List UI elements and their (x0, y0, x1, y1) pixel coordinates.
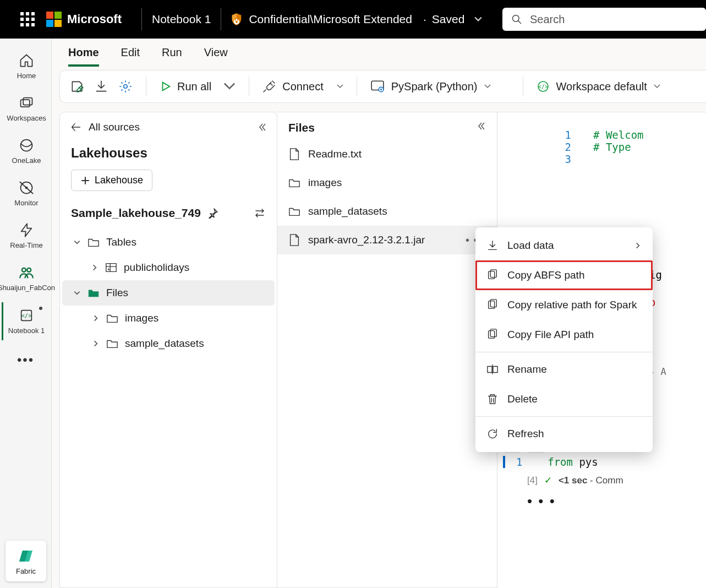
delta-table-icon (105, 262, 117, 274)
chevron-down-icon (337, 84, 343, 89)
connect-dropdown[interactable]: Connect (262, 80, 343, 93)
label: Copy ABFS path (507, 269, 584, 281)
ctx-refresh[interactable]: Refresh (475, 419, 653, 449)
rail-item-realtime[interactable]: Real-Time (2, 217, 50, 255)
pin-icon[interactable] (207, 208, 218, 219)
save-status[interactable]: · Saved (423, 13, 482, 26)
fabric-switcher[interactable]: Fabric (6, 541, 46, 581)
svg-rect-25 (489, 301, 495, 309)
ctx-load-data[interactable]: Load data (475, 231, 653, 260)
file-context-menu: Load data Copy ABFS path Copy relative p… (475, 227, 653, 452)
chevron-down-icon (474, 17, 482, 22)
search-icon (511, 14, 522, 25)
collapse-left-icon[interactable] (476, 121, 486, 131)
settings-icon[interactable] (118, 79, 133, 94)
file-row-sparkavro[interactable]: spark-avro_2.12-3.2.1.jar • • • (277, 226, 497, 254)
files-title-text: Files (288, 121, 315, 134)
back-label[interactable]: All sources (89, 121, 140, 133)
divider (523, 77, 523, 96)
download-icon[interactable] (94, 79, 108, 94)
divider (357, 77, 357, 96)
plus-icon (80, 176, 90, 186)
tab-home[interactable]: Home (68, 46, 99, 67)
ctx-copy-relative[interactable]: Copy relative path for Spark (475, 290, 653, 320)
add-lakehouse-button[interactable]: Lakehouse (71, 170, 152, 191)
tab-edit[interactable]: Edit (121, 46, 140, 67)
svg-point-14 (124, 85, 128, 89)
code-cell-1[interactable]: 1# Welcom 2# Type 3 (558, 129, 706, 165)
download-icon (486, 239, 499, 252)
lakehouses-title: Lakehouses (60, 138, 277, 164)
rename-icon (486, 363, 499, 375)
lakehouse-tree: Tables publicholidays Files (60, 224, 277, 362)
ctx-copy-abfs[interactable]: Copy ABFS path (475, 260, 653, 290)
search-box[interactable]: Search (502, 8, 706, 31)
fabric-icon (16, 547, 36, 565)
svg-line-3 (518, 21, 521, 24)
rail-more-button[interactable]: ••• (17, 345, 34, 375)
save-edit-icon[interactable] (70, 79, 84, 94)
svg-rect-30 (493, 367, 497, 373)
ctx-rename[interactable]: Rename (475, 355, 653, 384)
file-name: Readme.txt (308, 148, 362, 160)
play-icon (160, 80, 172, 92)
rail-item-workspace-user[interactable]: Shuaijun_FabCon (2, 259, 50, 298)
code-settings-icon (370, 79, 385, 94)
bolt-icon (19, 222, 34, 238)
folder-icon (288, 176, 300, 189)
line-number: 1 (516, 456, 522, 468)
rail-item-home[interactable]: Home (2, 47, 50, 85)
run-all-button[interactable]: Run all (160, 80, 236, 93)
file-row-readme[interactable]: Readme.txt (277, 140, 497, 168)
environment-dropdown[interactable]: </> Workspace default (537, 80, 660, 93)
chevron-right-icon (92, 314, 100, 322)
tab-view[interactable]: View (204, 46, 228, 67)
tab-run[interactable]: Run (162, 46, 182, 67)
cell-more-icon[interactable]: • • • (503, 486, 706, 510)
ctx-copy-fileapi[interactable]: Copy File API path (475, 320, 653, 350)
monitor-icon (19, 180, 34, 195)
tree-folder-sampledatasets[interactable]: sample_datasets (62, 331, 275, 356)
rail-item-workspaces[interactable]: Workspaces (2, 90, 50, 128)
rail-item-notebook[interactable]: </> Notebook 1 (2, 302, 50, 340)
divider (141, 8, 142, 30)
tree-tables[interactable]: Tables (62, 230, 275, 255)
rail-item-onelake[interactable]: OneLake (2, 132, 50, 170)
file-row-images[interactable]: images (277, 168, 497, 197)
brand: Microsoft (46, 12, 122, 27)
back-arrow-icon[interactable] (70, 121, 82, 133)
label: Refresh (507, 428, 544, 440)
line-number: 2 (558, 141, 571, 153)
language-dropdown[interactable]: PySpark (Python) (370, 79, 491, 94)
label: Shuaijun_FabCon (0, 284, 55, 292)
label: Monitor (14, 199, 38, 207)
sensitivity-label[interactable]: Confidential\Microsoft Extended (249, 13, 412, 26)
separator (475, 416, 653, 417)
line-number: 1 (558, 129, 571, 141)
file-row-sampledatasets[interactable]: sample_datasets (277, 197, 497, 226)
brand-text: Microsoft (67, 12, 122, 26)
chevron-down-icon (73, 289, 81, 297)
ctx-delete[interactable]: Delete (475, 384, 653, 414)
lakehouse-name-row[interactable]: Sample_lakehouse_749 (60, 197, 277, 224)
app-launcher-icon[interactable] (17, 8, 39, 30)
top-bar: Microsoft Notebook 1 Confidential\Micros… (0, 0, 706, 39)
swap-icon[interactable] (254, 207, 266, 219)
svg-rect-1 (236, 21, 238, 23)
status-suffix: - Comm (587, 475, 623, 486)
label: Files (106, 287, 128, 299)
tree-files[interactable]: Files (62, 280, 275, 306)
code-text: # Welcom (593, 129, 644, 141)
cell-status: [4] ✓ <1 sec - Comm (503, 468, 706, 486)
tree-folder-images[interactable]: images (62, 306, 275, 331)
collapse-left-icon[interactable] (257, 122, 267, 132)
toolbar: Run all Connect PySpark (Python) </> Wor… (59, 70, 706, 103)
label: Workspace default (556, 80, 647, 93)
tree-table-publicholidays[interactable]: publicholidays (62, 255, 275, 280)
rail-item-monitor[interactable]: Monitor (2, 175, 50, 213)
svg-point-10 (22, 268, 26, 272)
label: Notebook 1 (8, 326, 45, 335)
notebook-title[interactable]: Notebook 1 (152, 13, 211, 26)
file-name: images (308, 177, 342, 189)
file-name: sample_datasets (308, 205, 387, 217)
